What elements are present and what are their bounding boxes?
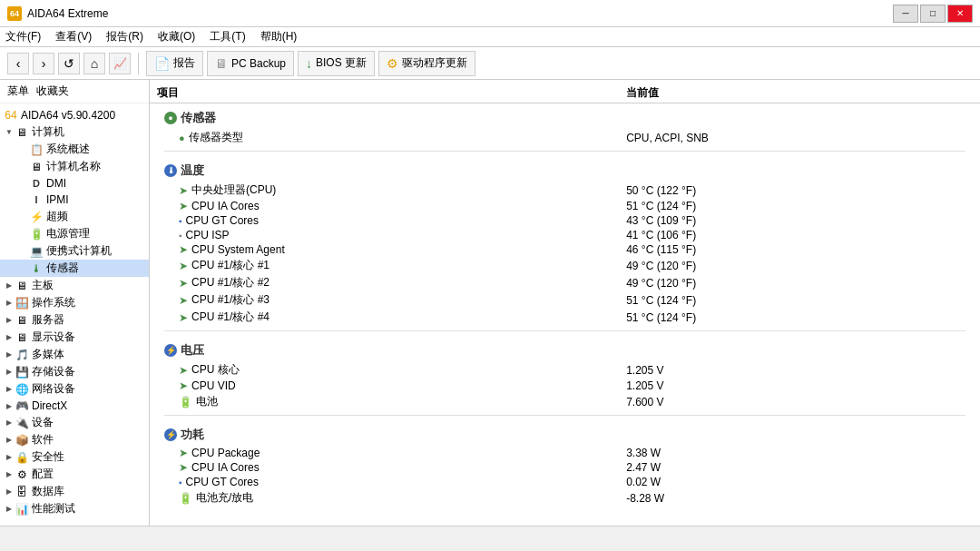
config-label: 配置 (32, 467, 54, 482)
nav-chart-button[interactable]: 📈 (109, 53, 131, 74)
sensor-arrow-icon (18, 263, 29, 274)
cpu-core3-temp-value: 51 °C (124 °F) (626, 294, 696, 307)
driver-update-button[interactable]: ⚙ 驱动程序更新 (378, 51, 475, 76)
divider-row (150, 146, 980, 156)
security-icon: 🔒 (15, 450, 29, 465)
report-icon: 📄 (154, 56, 170, 71)
cpu-ia-power-icon: ➤ (179, 461, 188, 474)
nav-forward-button[interactable]: › (33, 53, 54, 74)
ipmi-label: IPMI (46, 193, 69, 206)
sidebar-header: 菜单 收藏夹 (0, 80, 149, 103)
menu-report[interactable]: 报告(R) (106, 29, 143, 44)
portable-label: 便携式计算机 (46, 243, 112, 259)
sidebar-item-multimedia[interactable]: ▶ 🎵 多媒体 (0, 346, 149, 363)
sidebar-item-sysoverview[interactable]: 📋 系统概述 (0, 141, 149, 158)
devices-icon: 🔌 (15, 416, 29, 430)
security-label: 安全性 (32, 449, 64, 465)
server-arrow-icon: ▶ (4, 315, 15, 326)
sidebar-item-config[interactable]: ▶ ⚙ 配置 (0, 466, 149, 483)
section-sensor-header: ● 传感器 (157, 104, 973, 128)
nav-home-button[interactable]: ⌂ (83, 53, 105, 74)
title-bar-left: 64 AIDA64 Extreme (7, 6, 108, 21)
storage-arrow-icon: ▶ (4, 367, 15, 378)
pcbackup-icon: 🖥 (215, 56, 228, 71)
table-row: ➤ CPU #1/核心 #4 51 °C (124 °F) (150, 309, 980, 326)
sidebar-item-os[interactable]: ▶ 🪟 操作系统 (0, 294, 149, 311)
sidebar-item-power[interactable]: 🔋 电源管理 (0, 225, 149, 242)
driver-label: 驱动程序更新 (402, 55, 467, 71)
menu-tools[interactable]: 工具(T) (210, 29, 245, 44)
cpu-vid-volt-value: 1.205 V (626, 379, 663, 392)
sidebar-item-security[interactable]: ▶ 🔒 安全性 (0, 448, 149, 466)
dmi-icon: D (29, 176, 44, 191)
section-voltage-row: ⚡ 电压 (150, 336, 980, 361)
cpu-package-power-icon: ➤ (179, 447, 188, 459)
software-arrow-icon: ▶ (4, 435, 15, 446)
title-bar: 64 AIDA64 Extreme ─ □ ✕ (0, 0, 980, 27)
display-arrow-icon: ▶ (4, 332, 15, 343)
pcbackup-button[interactable]: 🖥 PC Backup (207, 51, 294, 76)
sidebar-item-portable[interactable]: 💻 便携式计算机 (0, 242, 149, 260)
cpu-core2-temp-value: 49 °C (120 °F) (626, 277, 696, 290)
sidebar-item-directx[interactable]: ▶ 🎮 DirectX (0, 398, 149, 414)
app-tree-label: AIDA64 v5.90.4200 (21, 109, 115, 122)
sidebar-item-ipmi[interactable]: I IPMI (0, 192, 149, 208)
computer-icon: 🖥 (15, 125, 29, 140)
cpu-core4-temp-name: ➤ CPU #1/核心 #4 (157, 310, 612, 325)
bios-update-button[interactable]: ↓ BIOS 更新 (298, 51, 375, 76)
sidebar-item-compname[interactable]: 🖥 计算机名称 (0, 158, 149, 175)
multimedia-arrow-icon: ▶ (4, 349, 15, 360)
table-row: ➤ CPU VID 1.205 V (150, 379, 980, 393)
cpu-core3-temp-label: CPU #1/核心 #3 (191, 292, 270, 308)
nav-reload-button[interactable]: ↺ (58, 53, 80, 74)
battery-charge-power-icon: 🔋 (179, 492, 192, 505)
compname-label: 计算机名称 (46, 159, 101, 174)
multimedia-icon: 🎵 (15, 348, 29, 362)
sensor-type-value: CPU, ACPI, SNB (626, 132, 709, 144)
sidebar-item-app[interactable]: 64 AIDA64 v5.90.4200 (0, 107, 149, 123)
app-icon: 64 (7, 6, 22, 21)
sidebar-item-database[interactable]: ▶ 🗄 数据库 (0, 483, 149, 500)
menu-favorites[interactable]: 收藏(O) (158, 29, 195, 44)
sidebar-item-dmi[interactable]: D DMI (0, 175, 149, 192)
cpu-gt-power-value: 0.02 W (626, 476, 661, 488)
cpu-core-volt-value: 1.205 V (626, 364, 663, 377)
sidebar-item-display[interactable]: ▶ 🖥 显示设备 (0, 329, 149, 346)
menu-file[interactable]: 文件(F) (5, 29, 41, 44)
menu-help[interactable]: 帮助(H) (260, 29, 298, 44)
minimize-button[interactable]: ─ (893, 5, 918, 23)
storage-icon: 💾 (15, 365, 29, 379)
sidebar-item-sensor[interactable]: 🌡 传感器 (0, 260, 149, 277)
cpu-core1-temp-icon: ➤ (179, 260, 188, 272)
sidebar-item-motherboard[interactable]: ▶ 🖥 主板 (0, 277, 149, 294)
maximize-button[interactable]: □ (920, 5, 946, 23)
table-row: ▪ CPU ISP 41 °C (106 °F) (150, 228, 980, 242)
motherboard-label: 主板 (32, 278, 54, 293)
report-button[interactable]: 📄 报告 (146, 51, 203, 76)
sidebar-item-benchmark[interactable]: ▶ 📊 性能测试 (0, 500, 149, 517)
sidebar-item-server[interactable]: ▶ 🖥 服务器 (0, 311, 149, 329)
cpu-gt-temp-label: CPU GT Cores (186, 214, 259, 227)
sidebar-item-overclock[interactable]: ⚡ 超频 (0, 208, 149, 225)
table-row: ➤ CPU #1/核心 #2 49 °C (120 °F) (150, 274, 980, 291)
sidebar-item-computer[interactable]: ▼ 🖥 计算机 (0, 123, 149, 141)
config-arrow-icon: ▶ (4, 469, 15, 480)
sidebar-item-software[interactable]: ▶ 📦 软件 (0, 431, 149, 448)
software-label: 软件 (32, 432, 54, 448)
close-button[interactable]: ✕ (947, 5, 973, 23)
cpu-ia-power-name: ➤ CPU IA Cores (157, 461, 612, 474)
menu-view[interactable]: 查看(V) (55, 29, 92, 44)
content-table: 项目 当前值 ● 传感器 (150, 84, 980, 507)
sidebar-item-network[interactable]: ▶ 🌐 网络设备 (0, 380, 149, 398)
nav-back-button[interactable]: ‹ (7, 53, 29, 74)
sysoverview-label: 系统概述 (46, 142, 90, 157)
battery-charge-power-name: 🔋 电池充/放电 (157, 490, 612, 506)
cpu-core3-temp-name: ➤ CPU #1/核心 #3 (157, 292, 612, 308)
sidebar-item-storage[interactable]: ▶ 💾 存储设备 (0, 363, 149, 380)
sidebar-item-devices[interactable]: ▶ 🔌 设备 (0, 414, 149, 431)
os-icon: 🪟 (15, 296, 29, 310)
cpu-temp-name: ➤ 中央处理器(CPU) (157, 182, 612, 198)
cpu-ia-temp-name: ➤ CPU IA Cores (157, 200, 612, 212)
cpu-ia-power-label: CPU IA Cores (191, 461, 260, 474)
cpu-isp-temp-icon: ▪ (179, 231, 182, 241)
